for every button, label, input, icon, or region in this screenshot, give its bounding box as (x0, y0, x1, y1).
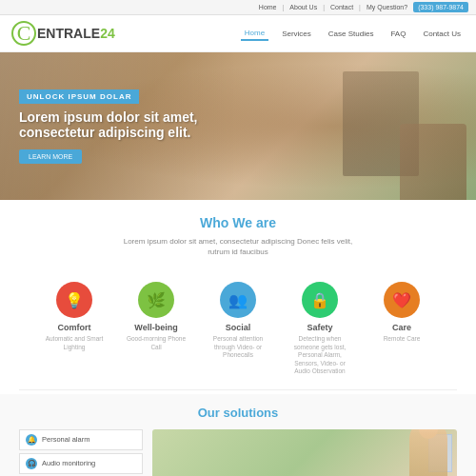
solutions-content: 🔔 Personal alarm 🎧 Audio monitoring (19, 429, 457, 476)
logo-c-icon: C (11, 21, 36, 46)
topbar-home-link[interactable]: Home (259, 4, 277, 10)
section-divider (19, 389, 457, 390)
hero-badge: UNLOCK IPSUM DOLAR (19, 89, 139, 104)
social-label: Social (226, 323, 251, 332)
main-nav: Home Services Case Studies FAQ Contact U… (241, 27, 465, 41)
personal-alarm-label: Personal alarm (42, 435, 89, 444)
solutions-image (152, 429, 457, 476)
comfort-desc: Automatic and Smart Lighting (41, 335, 108, 351)
solution-personal-alarm[interactable]: 🔔 Personal alarm (19, 429, 143, 450)
safety-label: Safety (307, 323, 332, 332)
hero-content: UNLOCK IPSUM DOLAR Lorem ipsum dolor sit… (0, 52, 476, 200)
nav-faq[interactable]: FAQ (387, 28, 409, 40)
care-desc: Remote Care (384, 335, 421, 343)
audio-monitoring-label: Audio monitoring (42, 459, 95, 467)
safety-desc: Detecting when someone gets lost, Person… (287, 335, 353, 375)
audio-monitoring-icon: 🎧 (26, 458, 37, 469)
nav-contact[interactable]: Contact Us (419, 28, 465, 40)
who-description: Lorem ipsum dolor sit amet, consectetur … (114, 236, 362, 257)
feature-comfort: 💡 Comfort Automatic and Smart Lighting (41, 282, 108, 375)
social-desc: Personal attention through Video- or Pho… (205, 335, 271, 359)
safety-icon: 🔒 (302, 282, 338, 318)
features-icons-row: 💡 Comfort Automatic and Smart Lighting 🌿… (0, 282, 476, 385)
topbar-phone-button[interactable]: (333) 987-9874 (413, 2, 468, 12)
feature-wellbeing: 🌿 Well-being Good-morning Phone Call (123, 282, 189, 375)
topbar-contact-link[interactable]: Contact (330, 4, 353, 10)
solutions-section: Our solutions 🔔 Personal alarm 🎧 Audio m… (0, 394, 476, 476)
wellbeing-icon: 🌿 (138, 282, 174, 318)
solutions-title: Our solutions (19, 406, 457, 420)
topbar-user-link[interactable]: My Question? (367, 4, 407, 10)
hero-cta-button[interactable]: LEARN MORE (19, 149, 82, 164)
comfort-icon: 💡 (56, 282, 92, 318)
logo[interactable]: C ENTRALE 24 (11, 21, 115, 46)
topbar-about-link[interactable]: About Us (289, 4, 317, 10)
feature-social: 👥 Social Personal attention through Vide… (205, 282, 271, 375)
feature-safety: 🔒 Safety Detecting when someone gets los… (287, 282, 353, 375)
nav-services[interactable]: Services (278, 28, 315, 40)
who-we-are-section: Who We are Lorem ipsum dolor sit amet, c… (0, 200, 476, 282)
nav-home[interactable]: Home (241, 27, 268, 41)
nav-case-studies[interactable]: Case Studies (325, 28, 378, 40)
comfort-label: Comfort (58, 323, 91, 332)
who-title: Who We are (19, 215, 457, 230)
solutions-list: 🔔 Personal alarm 🎧 Audio monitoring (19, 429, 143, 476)
logo-num: 24 (100, 26, 115, 41)
person-silhouette-decoration (409, 429, 447, 476)
site-header: C ENTRALE 24 Home Services Case Studies … (0, 15, 476, 52)
top-bar: Home | About Us | Contact | My Question?… (0, 0, 476, 15)
solution-audio-monitoring[interactable]: 🎧 Audio monitoring (19, 453, 143, 474)
feature-care: ❤️ Care Remote Care (368, 282, 435, 375)
logo-brand: ENTRALE (37, 26, 100, 41)
hero-section: UNLOCK IPSUM DOLAR Lorem ipsum dolor sit… (0, 52, 476, 200)
personal-alarm-icon: 🔔 (26, 434, 37, 446)
wellbeing-desc: Good-morning Phone Call (123, 335, 189, 351)
wellbeing-label: Well-being (134, 323, 177, 332)
social-icon: 👥 (220, 282, 256, 318)
hero-headline: Lorem ipsum dolor sit amet, consectetur … (19, 109, 209, 140)
care-icon: ❤️ (384, 282, 420, 318)
care-label: Care (392, 323, 411, 332)
